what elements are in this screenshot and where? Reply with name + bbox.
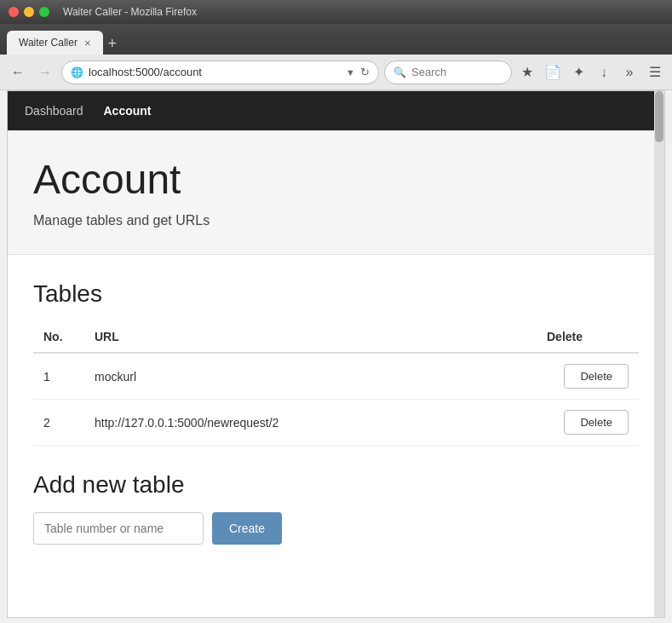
- col-header-no: No.: [33, 321, 84, 353]
- table-row-delete-cell: Delete: [537, 400, 639, 446]
- back-button[interactable]: ←: [7, 61, 29, 84]
- table-row-url: http://127.0.0.1:5000/newrequest/2: [84, 400, 537, 446]
- bookmark-star-button[interactable]: ★: [517, 62, 537, 83]
- nav-dashboard-link[interactable]: Dashboard: [25, 104, 83, 118]
- url-dropdown-icon[interactable]: ▼: [346, 67, 355, 78]
- nav-bar: Dashboard Account: [8, 91, 664, 130]
- browser-toolbar: ← → 🌐 localhost:5000/account ▼ ↻ 🔍 Searc…: [0, 55, 672, 90]
- browser-tab[interactable]: Waiter Caller ×: [7, 31, 103, 55]
- download-button[interactable]: ↓: [594, 62, 614, 83]
- new-tab-button[interactable]: +: [108, 35, 118, 53]
- url-bar[interactable]: 🌐 localhost:5000/account ▼ ↻: [61, 61, 379, 84]
- browser-search-bar[interactable]: 🔍 Search: [384, 61, 512, 84]
- window-controls: [9, 7, 49, 17]
- page-content: Tables No. URL Delete 1 mockurl Delete 2…: [8, 255, 664, 570]
- search-icon: 🔍: [393, 66, 406, 78]
- toolbar-icons: ★ 📄 ✦ ↓ » ☰: [517, 62, 665, 83]
- page-title: Account: [33, 156, 639, 203]
- create-table-button[interactable]: Create: [212, 512, 282, 545]
- delete-table-button-2[interactable]: Delete: [564, 410, 629, 435]
- scrollbar-track[interactable]: [654, 91, 664, 617]
- forward-button[interactable]: →: [34, 61, 56, 84]
- browser-titlebar: Waiter Caller - Mozilla Firefox: [0, 0, 672, 24]
- table-row-no: 2: [33, 400, 84, 446]
- page-subtitle: Manage tables and get URLs: [33, 213, 639, 228]
- app-content-area: Dashboard Account Account Manage tables …: [7, 90, 665, 618]
- reload-button[interactable]: ↻: [360, 66, 370, 78]
- menu-button[interactable]: ☰: [645, 62, 665, 83]
- maximize-window-btn[interactable]: [39, 7, 49, 17]
- nav-account-link[interactable]: Account: [104, 104, 152, 118]
- table-row: 2 http://127.0.0.1:5000/newrequest/2 Del…: [33, 400, 639, 446]
- lock-icon: 🌐: [71, 66, 83, 78]
- scrollbar-thumb[interactable]: [655, 91, 663, 142]
- col-header-url: URL: [84, 321, 537, 353]
- url-text: localhost:5000/account: [89, 66, 341, 78]
- close-tab-button[interactable]: ×: [84, 37, 91, 49]
- close-window-btn[interactable]: [9, 7, 19, 17]
- table-name-input[interactable]: [33, 512, 204, 545]
- add-table-section-title: Add new table: [33, 471, 639, 499]
- tables-table: No. URL Delete 1 mockurl Delete 2 http:/…: [33, 321, 639, 446]
- page-header: Account Manage tables and get URLs: [8, 130, 664, 255]
- table-row-url: mockurl: [84, 353, 537, 400]
- table-row: 1 mockurl Delete: [33, 353, 639, 400]
- table-header-row: No. URL Delete: [33, 321, 639, 353]
- delete-table-button-1[interactable]: Delete: [564, 364, 629, 389]
- browser-tabbar: Waiter Caller × +: [0, 24, 672, 55]
- table-row-delete-cell: Delete: [537, 353, 639, 400]
- minimize-window-btn[interactable]: [24, 7, 34, 17]
- tables-section-title: Tables: [33, 280, 639, 308]
- table-row-no: 1: [33, 353, 84, 400]
- more-tools-button[interactable]: »: [619, 62, 640, 83]
- add-table-form: Create: [33, 512, 639, 545]
- search-placeholder: Search: [411, 66, 446, 78]
- browser-title: Waiter Caller - Mozilla Firefox: [63, 6, 197, 18]
- tab-label: Waiter Caller: [19, 37, 78, 49]
- col-header-delete: Delete: [537, 321, 639, 353]
- pocket-button[interactable]: ✦: [568, 62, 589, 83]
- reading-list-button[interactable]: 📄: [543, 62, 563, 83]
